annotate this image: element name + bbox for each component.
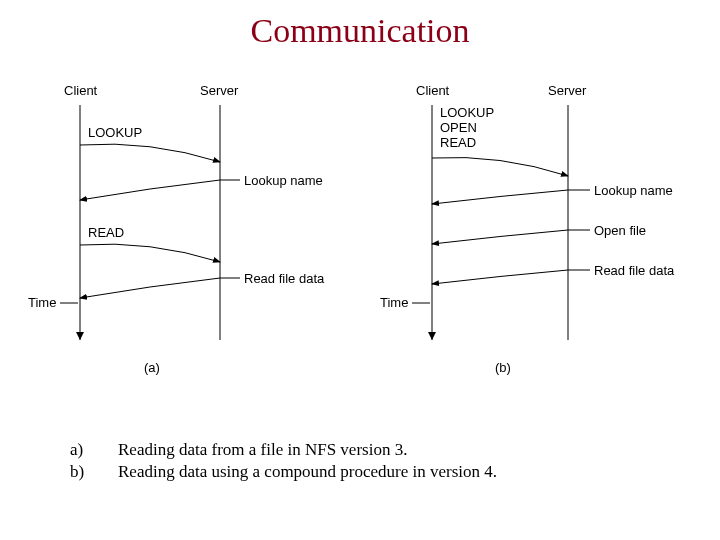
- b-server-label: Server: [548, 84, 586, 99]
- b-time-label: Time: [380, 296, 408, 311]
- b-compound-ops: LOOKUP OPEN READ: [440, 106, 494, 151]
- caption-a: a) Reading data from a file in NFS versi…: [70, 440, 680, 460]
- a-server-label: Server: [200, 84, 238, 99]
- a-resp-lookup: Lookup name: [244, 174, 323, 189]
- caption-b-letter: b): [70, 462, 118, 482]
- caption-a-text: Reading data from a file in NFS version …: [118, 440, 407, 460]
- caption-b-text: Reading data using a compound procedure …: [118, 462, 497, 482]
- b-resp-read: Read file data: [594, 264, 674, 279]
- sequence-diagrams: Client Server LOOKUP Lookup name READ Re…: [0, 50, 720, 410]
- a-time-label: Time: [28, 296, 56, 311]
- a-resp-read: Read file data: [244, 272, 324, 287]
- caption-b: b) Reading data using a compound procedu…: [70, 462, 680, 482]
- a-op-lookup: LOOKUP: [88, 126, 142, 141]
- svg-marker-2: [76, 332, 84, 340]
- b-resp-open: Open file: [594, 224, 646, 239]
- caption-list: a) Reading data from a file in NFS versi…: [70, 440, 680, 482]
- svg-marker-8: [428, 332, 436, 340]
- caption-a-letter: a): [70, 440, 118, 460]
- b-sub-label: (b): [495, 360, 511, 375]
- a-client-label: Client: [64, 84, 97, 99]
- page-title: Communication: [0, 12, 720, 50]
- a-op-read: READ: [88, 226, 124, 241]
- a-sub-label: (a): [144, 360, 160, 375]
- b-client-label: Client: [416, 84, 449, 99]
- b-resp-lookup: Lookup name: [594, 184, 673, 199]
